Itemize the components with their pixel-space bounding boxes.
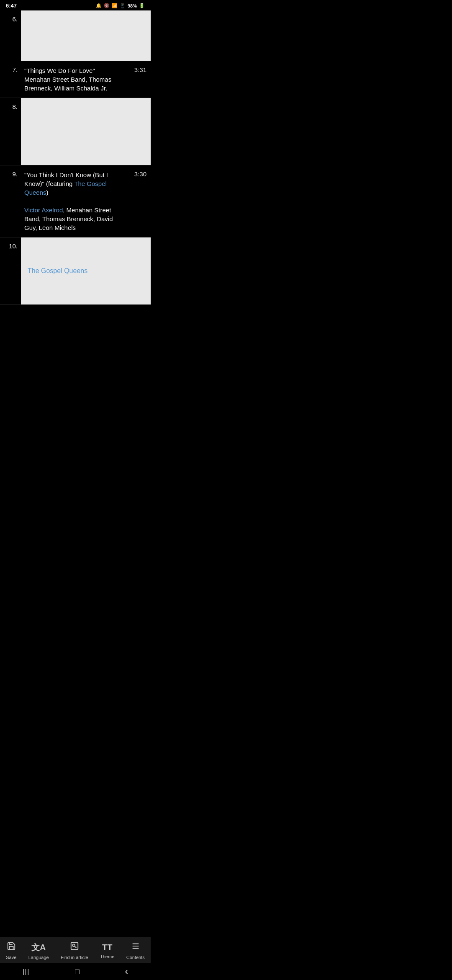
battery-text: 98% [128,3,137,8]
signal-icon: 📱 [120,3,126,8]
track-artist: Menahan Street Band, Thomas Brenneck, Wi… [24,76,111,92]
track-number: 9. [0,165,21,183]
time: 6:47 [6,3,17,9]
table-row: 10. The Gospel Queens [0,237,151,305]
track-number: 10. [0,237,21,255]
mute-icon: 🔇 [104,3,110,8]
track-duration: 3:30 [130,165,151,183]
track-list: 6. 7. "Things We Do For Love" Menahan St… [0,10,151,305]
track-duration: 3:31 [130,61,151,78]
notification-icon: 🔔 [96,3,102,8]
track-number: 7. [0,61,21,78]
table-row: 7. "Things We Do For Love" Menahan Stree… [0,61,151,98]
battery-icon: 🔋 [139,3,145,8]
table-row: 6. [0,10,151,61]
track-image: The Gospel Queens [21,237,151,304]
track-number: 6. [0,10,21,28]
gospel-queens-image-link[interactable]: The Gospel Queens [28,267,87,275]
track-title: "Things We Do For Love" Menahan Street B… [21,61,130,98]
track-title: "You Think I Don't Know (But I Know)" (f… [21,165,130,237]
track-image [21,10,151,61]
table-row: 8. [0,98,151,165]
artist-link-victor[interactable]: Victor Axelrod [24,206,63,214]
wifi-icon: 📶 [112,3,118,8]
track-image [21,98,151,165]
table-row: 9. "You Think I Don't Know (But I Know)"… [0,165,151,237]
track-number: 8. [0,98,21,115]
status-bar: 6:47 🔔 🔇 📶 📱 98% 🔋 [0,0,151,10]
status-icons: 🔔 🔇 📶 📱 98% 🔋 [96,3,145,8]
